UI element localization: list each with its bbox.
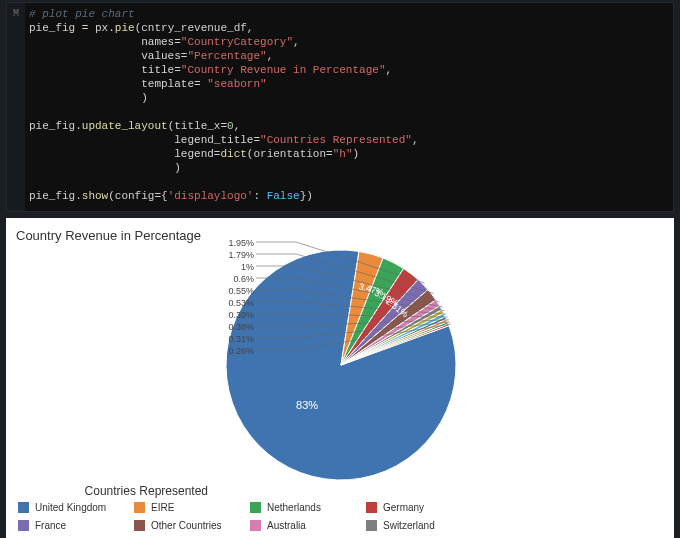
chart-output: Country Revenue in Percentage 83%3.47%3.… — [6, 218, 674, 538]
legend-label: Netherlands — [267, 502, 321, 513]
code-gutter: M — [7, 3, 25, 211]
legend-item-germany[interactable]: Germany — [366, 498, 476, 516]
run-marker[interactable]: M — [13, 8, 19, 19]
legend-swatch — [250, 502, 261, 513]
page-root: M # plot pie chart pie_fig = px.pie(cntr… — [0, 0, 680, 538]
code-cell[interactable]: M # plot pie chart pie_fig = px.pie(cntr… — [6, 2, 674, 212]
legend-label: Other Countries — [151, 520, 222, 531]
legend-swatch — [18, 502, 29, 513]
legend-label: Switzerland — [383, 520, 435, 531]
legend-swatch — [366, 502, 377, 513]
legend-title: Countries Represented — [18, 480, 220, 498]
legend-grid: United KingdomEIRENetherlandsGermanyFran… — [18, 498, 476, 538]
legend-item-united-kingdom[interactable]: United Kingdom — [18, 498, 128, 516]
legend-swatch — [250, 520, 261, 531]
legend-item-other-countries[interactable]: Other Countries — [134, 516, 244, 534]
legend-label: United Kingdom — [35, 502, 106, 513]
legend-item-australia[interactable]: Australia — [250, 516, 360, 534]
legend-label: EIRE — [151, 502, 174, 513]
legend-item-switzerland[interactable]: Switzerland — [366, 516, 476, 534]
legend-label: France — [35, 520, 66, 531]
legend-label: Australia — [267, 520, 306, 531]
legend-item-netherlands[interactable]: Netherlands — [250, 498, 360, 516]
legend-item-france[interactable]: France — [18, 516, 128, 534]
legend-item-belgium[interactable]: Belgium — [366, 534, 476, 538]
legend-item-sweden[interactable]: Sweden — [134, 534, 244, 538]
pie-area: 83%3.47%3.19%2.51%1.95%1.79%1%0.6%0.55%0… — [6, 230, 674, 500]
code-body[interactable]: # plot pie chart pie_fig = px.pie(cntry_… — [25, 3, 673, 211]
pie-chart[interactable] — [216, 240, 466, 490]
legend-swatch — [366, 520, 377, 531]
legend-area: Countries Represented United KingdomEIRE… — [6, 480, 674, 538]
legend-swatch — [134, 502, 145, 513]
legend-item-spain[interactable]: Spain — [18, 534, 128, 538]
legend-swatch — [18, 520, 29, 531]
legend-item-denmark[interactable]: Denmark — [250, 534, 360, 538]
legend-item-eire[interactable]: EIRE — [134, 498, 244, 516]
code-comment: # plot pie chart — [29, 8, 135, 20]
legend-label: Germany — [383, 502, 424, 513]
legend-swatch — [134, 520, 145, 531]
